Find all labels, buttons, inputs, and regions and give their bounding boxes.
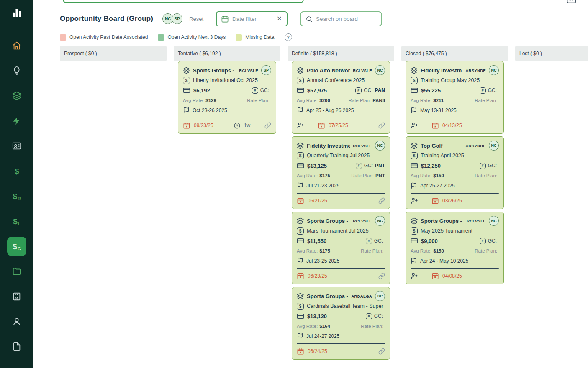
credit-card-icon: [183, 87, 190, 94]
amount: $9,000: [421, 238, 438, 244]
board: Prospect ( $0 ) Tentative ( $6,192 ) Spo…: [33, 46, 588, 368]
calendar-grid-icon-partial[interactable]: [566, 0, 577, 4]
sidebar-item-building[interactable]: [7, 287, 26, 306]
link-icon[interactable]: [378, 122, 385, 129]
layers-icon: [183, 67, 190, 74]
opportunity-card[interactable]: Sports Groups - … RCLVSLE NC $ Mars Tour…: [292, 212, 390, 284]
avg-rate-value: $200: [319, 98, 330, 103]
flag-icon: [411, 258, 417, 264]
gc-label: GC:: [260, 87, 269, 93]
group-code-icon: #: [366, 313, 372, 319]
sidebar-item-home[interactable]: [7, 36, 26, 55]
account-name: Sports Groups - …: [307, 218, 350, 224]
gc-label: GC:: [374, 238, 383, 244]
opportunity-dollar-icon: $: [183, 77, 190, 84]
date-filter-field[interactable]: [232, 16, 273, 22]
column-header: Lost ( $0 ): [515, 46, 588, 61]
opportunity-card[interactable]: Top Golf ARSYNDE NC $ Training April 202…: [406, 136, 504, 209]
dollar-g-icon: $G: [13, 243, 21, 250]
column-header: Closed ( $76,475 ): [401, 46, 508, 61]
link-icon[interactable]: [378, 348, 385, 355]
avatar-sp[interactable]: SP: [172, 13, 182, 24]
sidebar-item-lightbulb[interactable]: [7, 61, 26, 80]
group-code-icon: #: [252, 87, 258, 94]
document-icon: [12, 342, 21, 351]
sidebar-item-dollar-r[interactable]: $R: [7, 187, 26, 206]
card-footer: 04/13/25: [411, 118, 499, 130]
link-icon[interactable]: [264, 122, 271, 129]
due-date: 04/08/25: [442, 273, 462, 279]
person-icon: [12, 317, 21, 326]
date-range: Oct 23-26 2025: [193, 107, 227, 113]
link-icon[interactable]: [378, 273, 385, 279]
top-input-partial[interactable]: [63, 0, 304, 3]
sidebar-item-document[interactable]: [7, 337, 26, 356]
clear-date-filter-icon[interactable]: ✕: [276, 15, 282, 22]
avg-rate-value: $211: [433, 98, 444, 103]
sidebar-item-dollar-g[interactable]: $G: [7, 237, 26, 256]
date-range: May 13-31 2025: [420, 107, 457, 113]
amount: $13,125: [307, 163, 327, 169]
main-content: Opportunity Board (Group) NC SP Reset ✕ …: [33, 0, 588, 368]
contact-card-icon: [12, 141, 21, 151]
gc-value: PAN: [375, 87, 385, 93]
column-header: Prospect ( $0 ): [60, 46, 167, 61]
link-icon[interactable]: [378, 197, 385, 204]
avg-rate-label: Avg Rate:: [411, 248, 431, 253]
layers-icon: [411, 67, 418, 74]
column-header: Definite ( $158,818 ): [288, 46, 394, 61]
avg-rate-label: Avg Rate:: [297, 173, 318, 178]
sidebar-item-dollar-l[interactable]: $L: [7, 212, 26, 231]
column-title: Definite ( $158,818 ): [292, 51, 337, 56]
sidebar-item-contact-card[interactable]: [7, 136, 26, 156]
search-input[interactable]: [300, 11, 382, 26]
sidebar-item-layers[interactable]: [7, 86, 26, 105]
flag-icon: [183, 107, 190, 114]
clock-icon: [234, 122, 241, 129]
person-exit-icon: [297, 122, 304, 129]
opportunity-card[interactable]: Palo Alto Networ… RCLVSLE NC $ Annual Co…: [292, 61, 390, 134]
person-exit-icon: [411, 122, 418, 129]
sidebar-item-bolt[interactable]: [7, 111, 26, 130]
filter-avatars: NC SP: [162, 13, 182, 24]
column-cards: Palo Alto Networ… RCLVSLE NC $ Annual Co…: [288, 61, 394, 360]
card-footer: 04/08/25: [411, 269, 499, 281]
date-range: Apr 24 - May 10 2025: [420, 258, 468, 264]
opportunity-card[interactable]: Fidelity Investm… ARSYNDE NC $ Training …: [406, 61, 504, 134]
legend-item: Open Activity Next 3 Days: [158, 34, 226, 41]
reset-button[interactable]: Reset: [189, 16, 203, 22]
sidebar-item-person[interactable]: [7, 312, 26, 331]
opportunity-card[interactable]: Sports Groups - … RCLVSLE NC $ May 2025 …: [406, 212, 504, 284]
gc-label: GC:: [488, 238, 497, 244]
date-filter-input[interactable]: ✕: [216, 11, 288, 26]
owner-avatar: NC: [489, 216, 499, 226]
rate-plan-label: Rate Plan:: [475, 173, 497, 178]
opportunity-card[interactable]: Fidelity Investme… RCLVSLE NC $ Quarterl…: [292, 136, 390, 209]
card-footer: 07/25/25: [297, 118, 385, 130]
due-date: 04/13/25: [442, 123, 462, 128]
card-footer: 03/26/25: [411, 194, 499, 205]
help-icon[interactable]: ?: [285, 33, 292, 41]
credit-card-icon: [411, 87, 418, 94]
due-date: 06/24/25: [308, 348, 327, 354]
sidebar-item-folder[interactable]: [7, 262, 26, 281]
search-field[interactable]: [316, 16, 377, 22]
rate-plan-value: PNT: [375, 173, 385, 178]
layers-icon: [297, 67, 304, 74]
search-icon: [306, 15, 313, 23]
sidebar-item-logo: [7, 3, 26, 23]
legend-swatch: [60, 34, 66, 41]
opportunity-name: Liberty Invitational Oct 2025: [193, 77, 258, 83]
sidebar: $$R$L$G: [0, 0, 33, 368]
legend-swatch: [158, 34, 164, 41]
amount: $6,192: [193, 87, 210, 94]
board-column-definite: Definite ( $158,818 ) Palo Alto Networ… …: [288, 46, 394, 362]
board-column-lost: Lost ( $0 ): [515, 46, 588, 61]
opportunity-card[interactable]: Sports Groups - S… RCLVSLE SP $ Liberty …: [178, 61, 276, 134]
bolt-icon: [12, 116, 21, 125]
avg-rate-label: Avg Rate:: [297, 324, 318, 329]
sidebar-item-dollar[interactable]: $: [7, 161, 26, 181]
date-range: Apr 25-27 2025: [420, 183, 455, 189]
rate-plan-value: PAN3: [372, 98, 385, 103]
opportunity-card[interactable]: Sports Groups -… ARDALGA SP $ Cardinals …: [292, 287, 390, 360]
